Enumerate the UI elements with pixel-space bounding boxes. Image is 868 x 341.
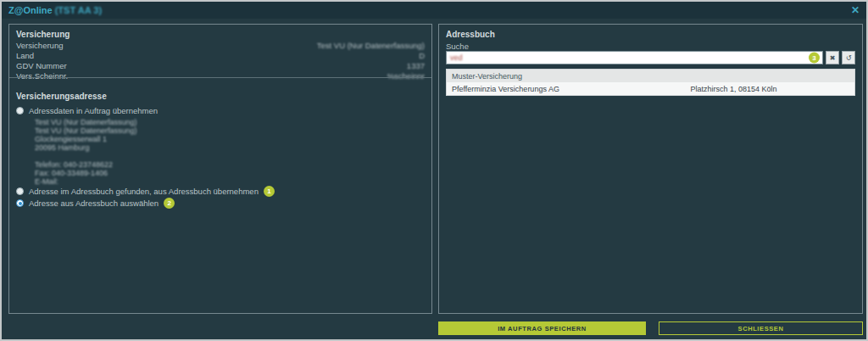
field-label: Versicherung — [16, 41, 63, 51]
reset-icon: ↺ — [846, 54, 852, 62]
window-title-suffix: (TST AA 3) — [55, 5, 102, 15]
search-input-wrapper: 3 — [446, 51, 823, 64]
radio-label: Adresse aus Adressbuch auswählen — [29, 198, 159, 208]
address-line: Glockengiesserwall 1 — [35, 135, 137, 143]
address-preview-block: Test VU (Nur Datenerfassung) Test VU (Nu… — [35, 118, 137, 186]
field-label: GDV Nummer — [16, 61, 67, 71]
versicherung-panel-title: Versicherung — [16, 30, 70, 39]
radio-option-adressdaten-uebernehmen[interactable]: Adressdaten in Auftrag übernehmen — [16, 106, 425, 115]
step-badge-3: 3 — [809, 53, 820, 64]
result-group-header: Muster-Versicherung — [447, 70, 854, 82]
result-company-address: Platzhirsch 1, 08154 Köln — [690, 85, 849, 93]
address-line: Test VU (Nur Datenerfassung) — [35, 118, 137, 126]
versicherung-fields: Versicherung Test VU (Nur Datenerfassung… — [9, 41, 431, 81]
title-bar: Z@Online (TST AA 3) ✕ — [2, 2, 866, 19]
search-row: 3 ✖ ↺ — [446, 51, 855, 64]
radio-label: Adresse im Adressbuch gefunden, aus Adre… — [29, 187, 259, 196]
field-value: %scheinnr — [387, 71, 425, 81]
radio-label: Adressdaten in Auftrag übernehmen — [29, 106, 158, 115]
adressbuch-panel: Adressbuch Suche 3 ✖ ↺ Muster-Versicheru… — [438, 24, 863, 314]
address-line: 20095 Hamburg — [35, 143, 137, 152]
address-line: Fax: 040-33489-1406 — [35, 169, 137, 177]
field-label: Land — [16, 51, 34, 61]
radio-option-adressbuch-gefunden[interactable]: Adresse im Adressbuch gefunden, aus Adre… — [16, 186, 425, 197]
field-vers-scheinnr: Vers.Scheinnr. %scheinnr — [9, 71, 431, 81]
address-line — [35, 152, 137, 160]
dialog-window: Z@Online (TST AA 3) ✕ Versicherung Versi… — [0, 0, 868, 341]
save-to-order-button[interactable]: IM AUFTRAG SPEICHERN — [438, 321, 646, 335]
close-dialog-button[interactable]: SCHLIESSEN — [659, 321, 863, 335]
reset-search-button[interactable]: ↺ — [842, 51, 855, 64]
step-badge-1: 1 — [264, 186, 275, 197]
field-value: D — [419, 51, 425, 61]
result-company-name: Pfefferminzia Versicherungs AG — [452, 85, 690, 93]
field-value: Test VU (Nur Datenerfassung) — [317, 41, 425, 51]
radio-option-adressbuch-auswaehlen[interactable]: Adresse aus Adressbuch auswählen 2 — [16, 198, 425, 209]
close-icon[interactable]: ✕ — [851, 5, 860, 15]
clear-icon: ✖ — [830, 54, 836, 62]
address-line: Telefon: 040-23748622 — [35, 160, 137, 169]
window-title: Z@Online (TST AA 3) — [8, 5, 102, 15]
address-line: Test VU (Nur Datenerfassung) — [35, 126, 137, 135]
result-row[interactable]: Pfefferminzia Versicherungs AG Platzhirs… — [447, 82, 854, 95]
window-title-text: Z@Online — [8, 5, 53, 15]
field-versicherung: Versicherung Test VU (Nur Datenerfassung… — [9, 41, 431, 51]
search-label: Suche — [446, 42, 469, 51]
field-label: Vers.Scheinnr. — [16, 71, 68, 81]
step-badge-2: 2 — [164, 198, 175, 209]
versicherungsadresse-title: Versicherungsadresse — [16, 92, 107, 101]
radio-unselected-icon[interactable] — [16, 107, 24, 115]
radio-unselected-icon[interactable] — [16, 187, 24, 195]
address-line: E-Mail: — [35, 177, 137, 186]
address-result-list: Muster-Versicherung Pfefferminzia Versic… — [446, 69, 855, 96]
adressbuch-panel-title: Adressbuch — [446, 30, 495, 39]
field-gdv-nummer: GDV Nummer 1337 — [9, 61, 431, 71]
clear-search-button[interactable]: ✖ — [826, 51, 839, 64]
search-input[interactable] — [447, 52, 822, 64]
radio-selected-icon[interactable] — [16, 199, 24, 207]
field-value: 1337 — [407, 61, 425, 71]
field-land: Land D — [9, 51, 431, 61]
section-divider — [9, 77, 431, 78]
versicherung-panel: Versicherung Versicherung Test VU (Nur D… — [8, 24, 432, 314]
